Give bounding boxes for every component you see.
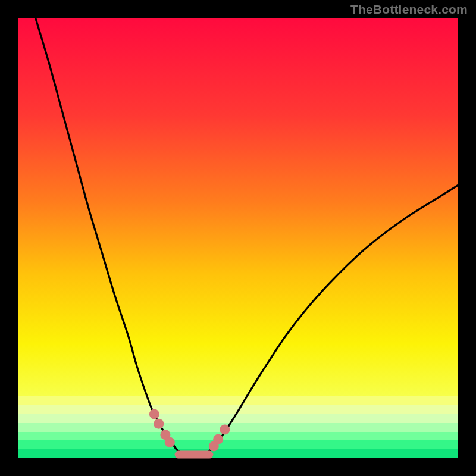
marker-point — [154, 419, 164, 429]
bottleneck-chart — [0, 0, 476, 476]
marker-point — [149, 409, 159, 419]
marker-point — [220, 424, 230, 434]
chart-frame: TheBottleneck.com — [0, 0, 476, 476]
plot-background — [18, 18, 458, 458]
watermark-text: TheBottleneck.com — [350, 2, 468, 17]
marker-point — [213, 434, 223, 444]
marker-point — [165, 437, 175, 447]
